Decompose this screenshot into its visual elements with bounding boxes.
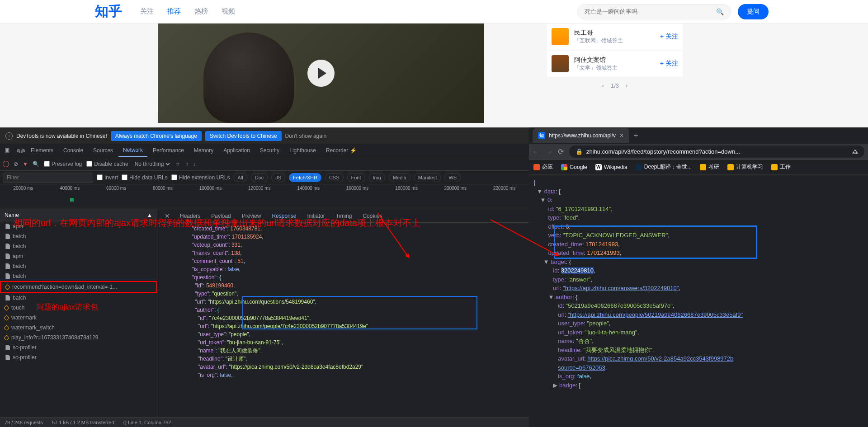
search-box[interactable]: 🔍 — [577, 4, 731, 19]
request-row[interactable]: sc-profiler — [0, 343, 157, 352]
folder-icon — [727, 164, 734, 170]
hide-ext-urls-checkbox[interactable]: Hide extension URLs — [171, 174, 230, 181]
always-match-button[interactable]: Always match Chrome's language — [111, 131, 202, 141]
follow-button[interactable]: + 关注 — [660, 33, 678, 41]
close-tab[interactable]: ✕ — [619, 132, 624, 139]
pill-manifest[interactable]: Manifest — [414, 173, 441, 182]
request-name: play_info?r=1673331374084784129 — [11, 334, 99, 341]
follow-button[interactable]: + 关注 — [660, 60, 678, 68]
user-card[interactable]: 民工哥 「互联网」领域答主 + 关注 — [547, 23, 683, 50]
bookmark-item[interactable]: 计算机学习 — [727, 163, 763, 171]
request-name: batch — [13, 273, 26, 279]
dont-show-again[interactable]: Don't show again — [285, 133, 327, 139]
pill-css[interactable]: CSS — [325, 173, 344, 182]
bookmark-item[interactable]: DeepL翻译：全世... — [636, 163, 692, 171]
search-input[interactable] — [585, 8, 716, 15]
request-name: touch — [11, 305, 24, 311]
pill-font[interactable]: Font — [347, 173, 365, 182]
upload-icon[interactable]: ↑ — [186, 161, 189, 167]
request-row[interactable]: batch — [0, 293, 157, 303]
tab-recorder[interactable]: Recorder ⚡ — [321, 145, 361, 156]
filter-input[interactable] — [3, 173, 93, 183]
invert-checkbox[interactable]: Invert — [97, 174, 118, 181]
request-row[interactable]: batch — [0, 231, 157, 241]
nav-video[interactable]: 视频 — [222, 7, 235, 16]
pill-doc[interactable]: Doc — [251, 173, 268, 182]
user-card[interactable]: 阿佳文案馆 「文学」领域答主 + 关注 — [547, 51, 683, 77]
json-viewer[interactable]: { ▼ data: [ ▼ 0: id: "6_1701241993.114",… — [529, 174, 868, 393]
forward-button[interactable]: → — [545, 148, 552, 156]
zhihu-logo[interactable]: 知乎 — [95, 2, 122, 21]
nav-recommend[interactable]: 推荐 — [167, 7, 181, 16]
reload-button[interactable]: ⟳ — [558, 147, 564, 156]
new-tab-button[interactable]: + — [629, 131, 642, 140]
url-bar[interactable]: 🔒 zhihu.com/api/v3/feed/topstory/recomme… — [569, 145, 864, 158]
tab-console[interactable]: Console — [59, 145, 88, 156]
wifi-icon[interactable]: ᯤ — [176, 161, 181, 167]
request-row[interactable]: watermark — [0, 313, 157, 323]
pill-fetch-xhr[interactable]: Fetch/XHR — [289, 173, 321, 182]
tab-lighthouse[interactable]: Lighthouse — [285, 145, 321, 156]
tab-network[interactable]: Network — [118, 144, 147, 157]
translate-icon[interactable]: ⁂ — [852, 148, 858, 155]
back-button[interactable]: ← — [533, 148, 540, 156]
bookmark-item[interactable]: Google — [561, 164, 587, 170]
request-row[interactable]: recommend?action=down&ad_interval=-1... — [0, 281, 157, 293]
request-row[interactable]: batch — [0, 271, 157, 281]
clear-button[interactable]: ⊘ — [14, 161, 18, 167]
switch-devtools-button[interactable]: Switch DevTools to Chinese — [205, 131, 282, 141]
play-button[interactable] — [307, 60, 335, 87]
pill-media[interactable]: Media — [389, 173, 410, 182]
bookmark-item[interactable]: 工作 — [771, 163, 791, 171]
request-row[interactable]: apm — [0, 251, 157, 261]
request-row[interactable]: sc-profiler — [0, 352, 157, 362]
pill-img[interactable]: Img — [369, 173, 385, 182]
filter-icon[interactable]: ▼ — [23, 161, 28, 167]
tab-application[interactable]: Application — [219, 145, 255, 156]
request-row[interactable]: watermark_switch — [0, 323, 157, 333]
deepl-icon — [636, 164, 642, 170]
bookmark-item[interactable]: 考研 — [700, 163, 719, 171]
doc-icon — [5, 253, 10, 259]
annotation-main: 相同的url，在网页内部的ajax请求时得到的数据和单独拿出来的url请求数据对… — [14, 217, 420, 229]
disable-cache-checkbox[interactable]: Disable cache — [86, 161, 128, 167]
pager-prev[interactable]: ‹ — [602, 82, 604, 89]
preserve-log-checkbox[interactable]: Preserve log — [44, 161, 82, 167]
search-icon[interactable]: 🔍 — [716, 8, 724, 15]
doc-icon — [5, 345, 10, 350]
download-icon[interactable]: ↓ — [193, 161, 196, 167]
bookmark-item[interactable]: WWikipedia — [595, 164, 627, 170]
request-name: batch — [13, 295, 26, 301]
nav-follow[interactable]: 关注 — [140, 7, 154, 16]
throttling-select[interactable]: No throttling — [133, 160, 171, 168]
request-row[interactable]: batch — [0, 241, 157, 251]
pill-ws[interactable]: WS — [444, 173, 461, 182]
hide-data-urls-checkbox[interactable]: Hide data URLs — [122, 174, 168, 181]
nav-hot[interactable]: 热榜 — [194, 7, 208, 16]
bookmark-item[interactable]: 必应 — [533, 163, 553, 171]
tab-performance[interactable]: Performance — [148, 145, 189, 156]
pager: ‹ 1/3 › — [547, 78, 683, 94]
device-icon[interactable]: ⫹⫺ — [16, 147, 24, 154]
lock-icon[interactable]: 🔒 — [576, 148, 583, 155]
tab-security[interactable]: Security — [255, 145, 284, 156]
tab-sources[interactable]: Sources — [89, 145, 118, 156]
inspect-icon[interactable]: ▣ — [5, 147, 12, 154]
pager-next[interactable]: › — [626, 82, 627, 89]
doc-icon — [5, 263, 10, 269]
chrome-tab[interactable]: 知 https://www.zhihu.com/api/v ✕ — [533, 128, 629, 143]
network-timeline[interactable]: 20000 ms40000 ms60000 ms80000 ms100000 m… — [0, 184, 529, 209]
request-name: sc-profiler — [13, 354, 37, 361]
request-row[interactable]: play_info?r=1673331374084784129 — [0, 333, 157, 343]
recommended-users: 民工哥 「互联网」领域答主 + 关注 阿佳文案馆 「文学」领域答主 + 关注 ‹… — [547, 23, 683, 127]
search-icon[interactable]: 🔍 — [33, 161, 39, 167]
pill-js[interactable]: JS — [271, 173, 285, 182]
video-thumbnail[interactable] — [158, 23, 484, 123]
request-name: watermark_switch — [11, 324, 55, 331]
tab-memory[interactable]: Memory — [189, 145, 218, 156]
pill-all[interactable]: All — [233, 173, 247, 182]
record-button[interactable] — [3, 161, 9, 167]
ask-button[interactable]: 提问 — [738, 4, 769, 19]
tab-elements[interactable]: Elements — [26, 145, 58, 156]
request-row[interactable]: batch — [0, 261, 157, 271]
